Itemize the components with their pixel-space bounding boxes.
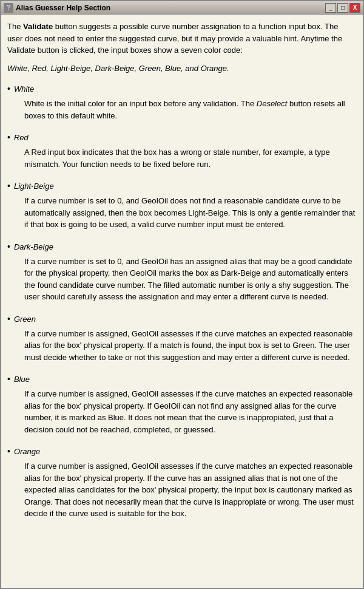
light-beige-label: Light-Beige (14, 180, 54, 192)
intro-paragraph: The Validate button suggests a possible … (7, 21, 356, 56)
color-item-blue: • Blue If a curve number is assigned, Ge… (7, 373, 356, 435)
red-desc: A Red input box indicates that the box h… (24, 146, 356, 170)
green-desc: If a curve number is assigned, GeoIOil a… (24, 328, 356, 364)
color-item-red: • Red A Red input box indicates that the… (7, 131, 356, 170)
intro-text-part1: The (7, 22, 23, 31)
blue-label: Blue (14, 373, 30, 386)
color-item-green: • Green If a curve number is assigned, G… (7, 313, 356, 364)
white-label: White (14, 83, 34, 95)
scroll-panel[interactable]: The Validate button suggests a possible … (1, 15, 363, 588)
window-title: Alias Guesser Help Section (16, 4, 110, 12)
color-item-white: • White White is the initial color for a… (7, 83, 356, 121)
validate-bold: Validate (23, 22, 53, 31)
white-bullet-row: • White (7, 83, 356, 95)
orange-bullet-row: • Orange (7, 445, 356, 458)
bullet-light-beige: • (7, 180, 10, 192)
content-area: The Validate button suggests a possible … (1, 15, 363, 588)
dark-beige-label: Dark-Beige (14, 241, 53, 253)
dark-beige-bullet-row: • Dark-Beige (7, 240, 356, 253)
color-list-label: White, Red, Light-Beige, Dark-Beige, Gre… (7, 63, 356, 75)
bullet-white: • (7, 83, 10, 95)
light-beige-bullet-row: • Light-Beige (7, 180, 356, 192)
maximize-button[interactable]: □ (337, 3, 348, 13)
orange-desc: If a curve number is assigned, GeoIOil a… (24, 460, 356, 520)
color-item-light-beige: • Light-Beige If a curve number is set t… (7, 180, 356, 231)
green-bullet-row: • Green (7, 313, 356, 325)
deselect-italic: Deselect (257, 99, 288, 108)
dark-beige-desc: If a curve number is set to 0, and GeoIO… (24, 256, 356, 303)
red-label: Red (14, 132, 29, 144)
light-beige-desc: If a curve number is set to 0, and GeoIO… (24, 195, 356, 231)
main-window: ? Alias Guesser Help Section _ □ X The V… (0, 0, 364, 589)
bullet-dark-beige: • (7, 240, 10, 253)
title-bar-buttons: _ □ X (325, 3, 360, 13)
red-bullet-row: • Red (7, 131, 356, 144)
blue-desc: If a curve number is assigned, GeoIOil a… (24, 388, 356, 435)
bullet-green: • (7, 313, 10, 325)
close-button[interactable]: X (349, 3, 360, 13)
blue-bullet-row: • Blue (7, 373, 356, 386)
minimize-button[interactable]: _ (325, 3, 336, 13)
bullet-red: • (7, 131, 10, 144)
bullet-blue: • (7, 373, 10, 386)
title-bar: ? Alias Guesser Help Section _ □ X (1, 1, 363, 15)
bullet-orange: • (7, 445, 10, 458)
intro-text-part2: button suggests a possible curve number … (7, 22, 342, 55)
color-item-orange: • Orange If a curve number is assigned, … (7, 445, 356, 520)
green-label: Green (14, 313, 36, 325)
white-desc: White is the initial color for an input … (24, 98, 356, 121)
color-item-dark-beige: • Dark-Beige If a curve number is set to… (7, 240, 356, 303)
window-icon: ? (4, 3, 13, 13)
title-bar-left: ? Alias Guesser Help Section (4, 3, 110, 13)
orange-label: Orange (14, 446, 40, 458)
